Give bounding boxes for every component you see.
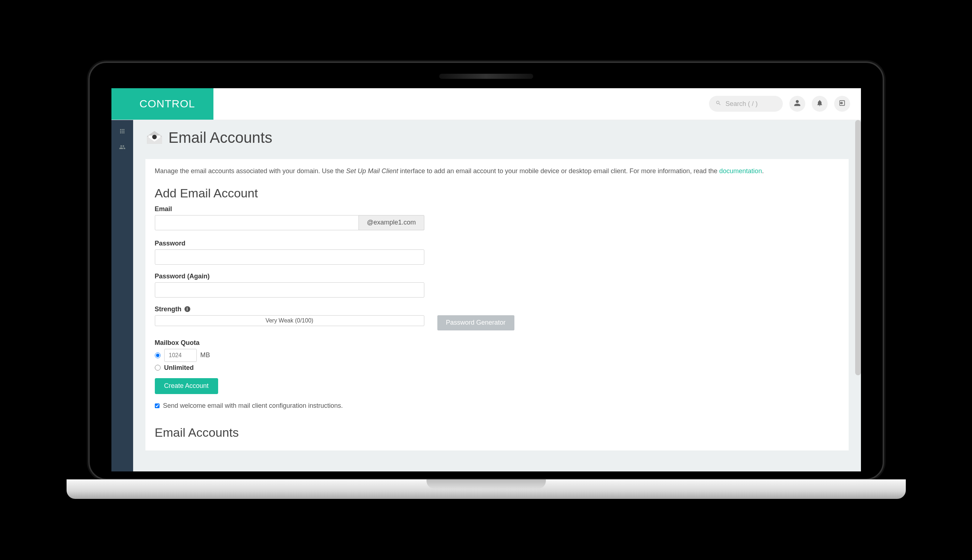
quota-field-row: Mailbox Quota MB Unlimited — [155, 339, 839, 372]
laptop-base — [67, 479, 906, 499]
welcome-email-label: Send welcome email with mail client conf… — [163, 402, 343, 410]
welcome-email-checkbox[interactable] — [155, 403, 160, 408]
notifications-button[interactable] — [812, 96, 828, 112]
create-account-button[interactable]: Create Account — [155, 378, 218, 394]
top-bar: CONTROL — [112, 88, 861, 120]
password-input[interactable] — [155, 250, 424, 265]
brand-logo[interactable]: CONTROL — [112, 88, 214, 120]
intro-text: Manage the email accounts associated wit… — [155, 166, 839, 176]
sidebar — [112, 120, 133, 472]
user-icon — [794, 99, 801, 108]
quota-unlimited-radio[interactable] — [155, 365, 160, 370]
quota-unlimited-row: Unlimited — [155, 364, 839, 372]
app-screen: CONTROL — [112, 88, 861, 472]
password-again-label: Password (Again) — [155, 273, 839, 280]
quota-custom-radio[interactable] — [155, 352, 160, 358]
quota-custom-row: MB — [155, 349, 839, 362]
page-header: Email Accounts — [133, 120, 861, 159]
quota-unit: MB — [200, 352, 210, 359]
intro-before: Manage the email accounts associated wit… — [155, 167, 346, 175]
email-label: Email — [155, 205, 839, 213]
nav-grid-icon[interactable] — [119, 128, 125, 135]
email-domain-addon[interactable]: @example1.com — [359, 215, 424, 230]
intro-after: interface to add an email account to you… — [398, 167, 719, 175]
laptop-bezel: CONTROL — [88, 62, 884, 480]
quota-label: Mailbox Quota — [155, 339, 839, 347]
strength-label-text: Strength — [155, 305, 182, 313]
password-again-input[interactable] — [155, 282, 424, 298]
body: Email Accounts Manage the email accounts… — [112, 120, 861, 472]
quota-input[interactable] — [164, 349, 197, 362]
intro-period: . — [762, 167, 764, 175]
documentation-link[interactable]: documentation — [719, 167, 762, 175]
nav-users-icon[interactable] — [119, 144, 125, 150]
strength-label: Strength i — [155, 305, 839, 313]
quota-unlimited-label: Unlimited — [164, 364, 194, 372]
intro-em: Set Up Mail Client — [346, 167, 398, 175]
email-input-group: @example1.com — [155, 215, 424, 230]
svg-point-0 — [152, 135, 157, 139]
logout-button[interactable] — [834, 96, 850, 112]
password-label: Password — [155, 240, 839, 247]
bell-icon — [816, 99, 823, 108]
search-wrap[interactable] — [709, 96, 783, 112]
search-icon — [715, 100, 721, 107]
email-field-row: Email @example1.com — [155, 205, 839, 230]
strength-row: Very Weak (0/100) Password Generator — [155, 315, 839, 330]
logout-icon — [838, 99, 846, 108]
email-input[interactable] — [155, 215, 359, 230]
search-input[interactable] — [726, 100, 776, 108]
topbar-right — [709, 96, 861, 112]
add-email-account-title: Add Email Account — [155, 186, 839, 200]
user-button[interactable] — [789, 96, 805, 112]
strength-field-row: Strength i Very Weak (0/100) Password Ge… — [155, 305, 839, 330]
email-accounts-section-title: Email Accounts — [155, 425, 839, 440]
page-title: Email Accounts — [169, 129, 272, 147]
strength-meter: Very Weak (0/100) — [155, 315, 424, 326]
password-field-row: Password — [155, 240, 839, 265]
password-again-field-row: Password (Again) — [155, 273, 839, 298]
content-area: Email Accounts Manage the email accounts… — [133, 120, 861, 472]
main-card: Manage the email accounts associated wit… — [145, 159, 848, 450]
email-accounts-icon — [145, 129, 164, 147]
scrollbar[interactable] — [855, 120, 861, 375]
welcome-email-row: Send welcome email with mail client conf… — [155, 402, 839, 410]
info-icon[interactable]: i — [184, 306, 190, 312]
password-generator-button[interactable]: Password Generator — [438, 315, 514, 330]
